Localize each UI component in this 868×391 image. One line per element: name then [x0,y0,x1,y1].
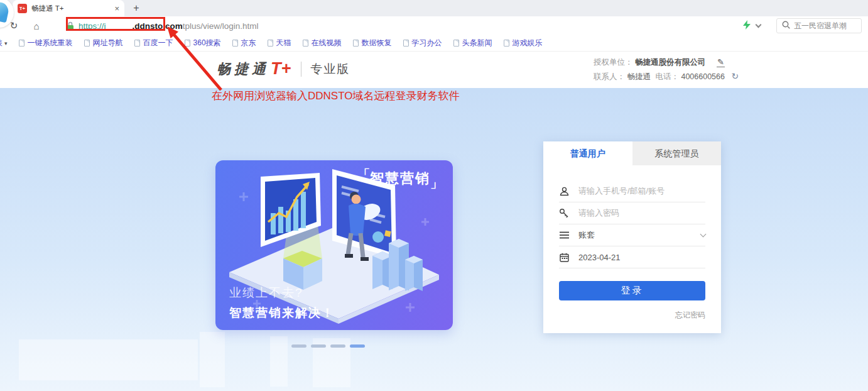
contact-line: 联系人： 畅捷通 电话： 4006600566 ↻ [594,69,739,84]
tab-close-icon[interactable]: × [114,4,119,13]
page-icon [353,40,359,47]
login-page-body: 在外网用浏览器输入DDNSTO域名远程登录财务软件 「 智慧营销 」 [0,88,868,391]
bookmark-item[interactable]: 学习办公 [403,38,442,48]
account-field[interactable]: 请输入手机号/邮箱/账号 [559,180,705,202]
page-icon [134,40,140,47]
search-query: 五一民宿退单潮 [794,21,847,31]
logo-divider [301,62,301,77]
new-tab-button[interactable]: + [129,1,143,15]
site-header: 畅捷通 T+ 专业版 授权单位： 畅捷通股份有限公司 ✎ 联系人： 畅捷通 电话… [0,52,868,88]
account-placeholder: 请输入手机号/邮箱/账号 [578,185,665,197]
promo-banner[interactable]: 「 智慧营销 」 [215,160,453,330]
account-set-select[interactable]: 账套 [559,224,705,246]
banner-badge: 「 智慧营销 」 [357,169,443,188]
login-date-field[interactable]: 2023-04-21 [559,246,705,268]
login-date-value: 2023-04-21 [578,253,621,262]
bookmark-item[interactable]: 数据恢复 [353,38,392,48]
account-set-value: 账套 [578,229,595,241]
chevron-down-icon[interactable] [756,21,762,28]
url-highlight-box [66,17,165,31]
quick-search-box[interactable]: 五一民宿退单潮 [776,18,862,33]
page-icon [504,40,509,47]
tab-system-admin[interactable]: 系统管理员 [632,141,722,165]
list-icon [559,230,569,240]
forgot-password-link[interactable]: 忘记密码 [559,310,705,321]
caret-down-icon: ▾ [4,40,8,47]
bookmark-item[interactable]: 360搜索 [185,38,221,48]
tab-favicon-icon: T+ [18,4,27,13]
login-card: 普通用户 系统管理员 请输入手机号/邮箱/账号 请输入密码 [543,141,721,333]
annotation-tip-text: 在外网用浏览器输入DDNSTO域名远程登录财务软件 [212,89,459,103]
search-icon [782,21,790,31]
edition-label: 专业版 [310,61,350,77]
watermark-shape [19,339,198,380]
carousel-dot[interactable] [291,344,307,348]
bookmark-item[interactable]: 京东 [232,38,256,48]
page-icon [19,40,24,47]
bookmark-item[interactable]: 头条新闻 [453,38,492,48]
browser-tab-bar: T+ 畅捷通 T+ × + [0,0,868,16]
page-icon [84,40,90,47]
chevron-down-icon [700,231,707,238]
login-tabs: 普通用户 系统管理员 [543,141,721,165]
bookmark-item[interactable]: 天猫 [268,38,291,48]
edit-icon[interactable]: ✎ [717,57,725,67]
license-line: 授权单位： 畅捷通股份有限公司 ✎ [594,55,739,69]
product-logo: 畅捷通 T+ 专业版 [217,59,350,79]
url-path: tplus/view/login.html [183,21,259,31]
page-icon [268,40,273,47]
password-field[interactable]: 请输入密码 [559,202,705,224]
banner-subline: 智慧营销来解决！ [229,305,335,321]
bookmarks-bar: 装▾ 一键系统重装 网址导航 百度一下 360搜索 京东 天猫 在线视频 数据恢… [0,35,868,52]
flash-save-icon[interactable] [743,20,751,32]
refresh-icon[interactable]: ↻ [731,71,739,81]
key-icon [559,208,569,218]
carousel-dot[interactable] [330,344,345,348]
watermark-shape [200,332,225,387]
tab-title: 畅捷通 T+ [31,4,110,13]
carousel-dot-active[interactable] [350,344,365,348]
page-icon [232,40,238,47]
banner-headline: 业绩上不去? [229,285,335,301]
brand-name: 畅捷通 [217,60,269,79]
screenshot-root: T+ 畅捷通 T+ × + ↻ ⌂ https://j .ddnsto.com … [0,0,868,391]
carousel-indicators [291,344,365,348]
watermark-shape [270,336,288,387]
banner-slogan: 业绩上不去? 智慧营销来解决！ [229,285,335,321]
license-info: 授权单位： 畅捷通股份有限公司 ✎ 联系人： 畅捷通 电话： 400660056… [594,55,739,84]
password-placeholder: 请输入密码 [578,207,619,219]
browser-tab[interactable]: T+ 畅捷通 T+ × [13,0,124,16]
home-icon[interactable]: ⌂ [29,21,44,31]
brand-mark: T+ [271,59,291,79]
login-form: 请输入手机号/邮箱/账号 请输入密码 账套 [543,165,721,333]
bookmark-item[interactable]: 在线视频 [303,38,342,48]
page-icon [303,40,308,47]
bookmark-item[interactable]: 网址导航 [84,38,123,48]
bookmark-item[interactable]: 百度一下 [134,38,173,48]
tab-normal-user[interactable]: 普通用户 [543,141,632,165]
bookmark-item[interactable]: 游戏娱乐 [504,38,543,48]
login-button[interactable]: 登录 [559,281,705,300]
page-icon [403,40,409,47]
page-icon [453,40,459,47]
user-icon [559,186,569,196]
bookmarks-folder-fragment[interactable]: 装▾ [0,38,8,48]
calendar-icon [559,252,569,262]
page-icon [185,40,190,47]
bookmark-item[interactable]: 一键系统重装 [19,38,73,48]
carousel-dot[interactable] [311,344,326,348]
